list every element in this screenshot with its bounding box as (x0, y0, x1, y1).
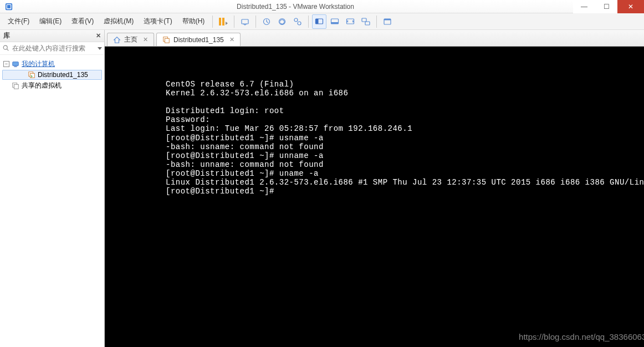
menubar: 文件(F) 编辑(E) 查看(V) 虚拟机(M) 选项卡(T) 帮助(H) (0, 13, 644, 30)
tab-close-icon[interactable]: ✕ (143, 36, 148, 43)
menu-edit[interactable]: 编辑(E) (35, 14, 66, 28)
sidebar-search[interactable] (0, 42, 104, 55)
separator (212, 16, 213, 28)
tab-strip: 主页 ✕ Distributed1_135 ✕ (105, 30, 644, 47)
menu-vm[interactable]: 虚拟机(M) (99, 14, 138, 28)
svg-rect-3 (242, 19, 248, 24)
svg-rect-24 (14, 84, 18, 89)
search-dropdown-icon[interactable] (98, 47, 102, 50)
search-icon (2, 44, 10, 52)
menu-view[interactable]: 查看(V) (67, 14, 98, 28)
svg-rect-2 (7, 4, 11, 8)
library-sidebar: 库 ✕ − 我的计算机 Distributed1_135 共享的虚拟机 (0, 30, 105, 347)
svg-rect-14 (365, 22, 370, 25)
svg-point-7 (298, 22, 301, 25)
tab-home[interactable]: 主页 ✕ (107, 33, 154, 46)
fullscreen-button[interactable] (380, 14, 395, 29)
sidebar-header: 库 ✕ (0, 30, 104, 42)
svg-rect-11 (331, 22, 339, 24)
vm-icon (28, 71, 35, 79)
menu-help[interactable]: 帮助(H) (178, 14, 209, 28)
svg-rect-22 (30, 73, 34, 78)
close-button[interactable]: ✕ (617, 0, 644, 13)
library-tree: − 我的计算机 Distributed1_135 共享的虚拟机 (0, 55, 104, 347)
separator (376, 16, 377, 28)
vm-console-terminal[interactable]: CentOS release 6.7 (Final) Kernel 2.6.32… (105, 47, 644, 347)
sidebar-title: 库 (3, 31, 10, 40)
snapshot-manager-button[interactable] (290, 14, 305, 29)
computer-icon (12, 60, 19, 68)
svg-point-6 (294, 18, 298, 22)
tab-close-icon[interactable]: ✕ (229, 36, 234, 43)
view-stretch-button[interactable] (343, 14, 357, 29)
svg-rect-9 (316, 19, 319, 24)
content-area: 主页 ✕ Distributed1_135 ✕ CentOS release 6… (105, 30, 644, 347)
svg-point-17 (3, 45, 7, 49)
svg-rect-19 (13, 62, 19, 65)
svg-rect-20 (14, 66, 17, 67)
app-icon (3, 1, 14, 12)
view-unity-button[interactable] (359, 14, 373, 29)
tree-vm-row[interactable]: Distributed1_135 (2, 70, 102, 80)
pause-button[interactable] (216, 14, 231, 29)
svg-rect-12 (347, 19, 354, 24)
view-console-button[interactable] (312, 14, 326, 29)
window-title: Distributed1_135 - VMware Workstation (18, 3, 573, 11)
tab-vm[interactable]: Distributed1_135 ✕ (156, 33, 241, 46)
snapshot-revert-button[interactable] (275, 14, 289, 29)
search-input[interactable] (12, 44, 95, 52)
tree-shared-row[interactable]: 共享的虚拟机 (2, 80, 102, 91)
menu-tabs[interactable]: 选项卡(T) (139, 14, 176, 28)
minimize-button[interactable]: — (573, 0, 595, 13)
collapse-icon[interactable]: − (3, 61, 9, 67)
svg-rect-16 (384, 19, 391, 21)
svg-line-18 (7, 49, 8, 50)
menu-file[interactable]: 文件(F) (3, 14, 34, 28)
svg-rect-13 (362, 18, 366, 22)
tree-root-label[interactable]: 我的计算机 (22, 59, 55, 69)
view-thumbnail-button[interactable] (328, 14, 342, 29)
send-ctrl-alt-del-button[interactable] (238, 14, 252, 29)
separator (255, 16, 256, 28)
tree-shared-label: 共享的虚拟机 (22, 81, 62, 90)
separator (234, 16, 234, 28)
shared-vm-icon (12, 82, 19, 90)
tab-home-label: 主页 (124, 35, 137, 44)
maximize-button[interactable]: ☐ (595, 0, 617, 13)
snapshot-button[interactable] (259, 14, 274, 29)
tree-root-row[interactable]: − 我的计算机 (2, 58, 102, 70)
separator (308, 16, 309, 28)
tab-vm-label: Distributed1_135 (173, 36, 224, 44)
sidebar-close-icon[interactable]: ✕ (96, 32, 101, 39)
svg-rect-26 (165, 38, 169, 43)
window-titlebar: Distributed1_135 - VMware Workstation — … (0, 0, 644, 13)
home-icon (113, 36, 121, 44)
window-controls: — ☐ ✕ (573, 0, 644, 13)
vm-tab-icon (162, 36, 170, 44)
tree-vm-label: Distributed1_135 (38, 71, 88, 79)
